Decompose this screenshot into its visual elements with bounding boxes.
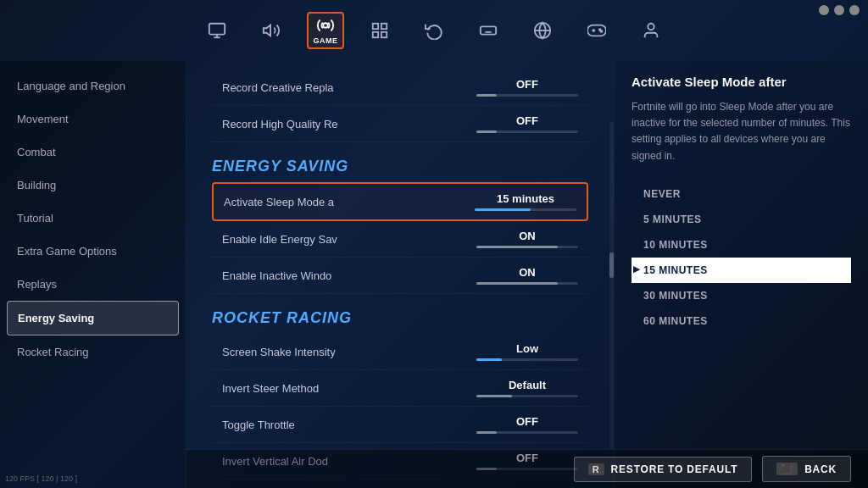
- nav-game-label: GAME: [314, 36, 338, 45]
- option-15min[interactable]: 15 MINUTES: [632, 258, 851, 283]
- setting-label-record-creative: Record Creative Repla: [222, 81, 476, 94]
- setting-row-toggle-throttle: Toggle Throttle OFF: [212, 407, 588, 443]
- section-header-rocket-racing: ROCKET RACING: [212, 309, 588, 327]
- slider-track-screen-shake[interactable]: [476, 358, 578, 361]
- main-layout: Language and Region Movement Combat Buil…: [0, 61, 868, 488]
- setting-value-record-hq: OFF: [485, 114, 570, 127]
- sidebar-item-combat[interactable]: Combat: [0, 136, 186, 169]
- svg-point-20: [601, 30, 603, 32]
- sidebar-item-extra-game[interactable]: Extra Game Options: [0, 235, 186, 268]
- setting-right-record-hq: OFF: [476, 114, 578, 133]
- slider-track-invert-steer[interactable]: [476, 395, 578, 397]
- slider-fill-record-creative: [476, 94, 497, 97]
- sidebar-item-movement[interactable]: Movement: [0, 103, 186, 136]
- restore-default-button[interactable]: R RESTORE TO DEFAULT: [574, 457, 753, 482]
- setting-value-enable-inactive: ON: [485, 266, 570, 279]
- setting-value-invert-steer: Default: [485, 379, 570, 391]
- setting-row-invert-steer: Invert Steer Method Default: [212, 370, 588, 407]
- option-60min[interactable]: 60 MINUTES: [632, 308, 851, 334]
- setting-row-record-creative: Record Creative Repla OFF: [212, 69, 588, 106]
- svg-rect-8: [373, 32, 378, 37]
- slider-track-record-hq[interactable]: [476, 130, 578, 133]
- right-panel: Activate Sleep Mode after Fortnite will …: [614, 61, 868, 488]
- svg-marker-3: [264, 25, 270, 36]
- setting-right-record-creative: OFF: [476, 78, 578, 97]
- restore-label: RESTORE TO DEFAULT: [611, 463, 738, 475]
- sidebar-item-building[interactable]: Building: [0, 169, 186, 202]
- slider-fill-screen-shake: [476, 358, 502, 361]
- nav-account[interactable]: [632, 12, 670, 49]
- setting-row-screen-shake: Screen Shake Intensity Low: [212, 334, 588, 370]
- fps-indicator: 120 FPS [ 120 | 120 ]: [5, 474, 77, 483]
- setting-label-enable-inactive: Enable Inactive Windo: [222, 269, 476, 282]
- nav-game[interactable]: GAME: [307, 12, 344, 49]
- sidebar: Language and Region Movement Combat Buil…: [0, 61, 186, 488]
- option-never[interactable]: NEVER: [632, 181, 851, 207]
- sidebar-item-tutorial[interactable]: Tutorial: [0, 202, 186, 235]
- sidebar-item-energy-saving[interactable]: Energy Saving: [7, 301, 179, 336]
- svg-rect-9: [481, 26, 496, 34]
- sleep-mode-options: NEVER 5 MINUTES 10 MINUTES 15 MINUTES 30…: [632, 181, 851, 334]
- setting-label-enable-idle: Enable Idle Energy Sav: [222, 233, 476, 246]
- setting-row-record-hq: Record High Quality Re OFF: [212, 106, 588, 142]
- close-button[interactable]: [849, 5, 860, 15]
- restore-key: R: [588, 463, 604, 475]
- setting-label-activate-sleep: Activate Sleep Mode a: [224, 196, 475, 208]
- slider-track-enable-idle[interactable]: [476, 246, 578, 248]
- slider-fill-enable-inactive: [476, 282, 558, 285]
- back-button[interactable]: ⬛ BACK: [762, 456, 851, 482]
- svg-rect-6: [381, 24, 387, 29]
- setting-value-activate-sleep: 15 minutes: [483, 192, 568, 205]
- nav-audio[interactable]: [253, 12, 290, 49]
- svg-rect-0: [209, 24, 225, 35]
- setting-label-screen-shake: Screen Shake Intensity: [222, 346, 476, 358]
- option-5min[interactable]: 5 MINUTES: [632, 207, 851, 232]
- option-30min[interactable]: 30 MINUTES: [632, 283, 851, 308]
- minimize-button[interactable]: [819, 5, 829, 15]
- nav-keyboard[interactable]: [470, 12, 507, 49]
- option-10min[interactable]: 10 MINUTES: [632, 232, 851, 258]
- setting-label-invert-steer: Invert Steer Method: [222, 382, 476, 395]
- back-label: BACK: [804, 463, 837, 475]
- top-nav: GAME: [0, 0, 868, 61]
- nav-accessibility[interactable]: [361, 12, 398, 49]
- slider-fill-activate-sleep: [475, 208, 531, 211]
- slider-track-toggle-throttle[interactable]: [476, 431, 578, 434]
- nav-network[interactable]: [524, 12, 561, 49]
- panel-desc: Fortnite will go into Sleep Mode after y…: [632, 99, 851, 164]
- sidebar-item-language[interactable]: Language and Region: [0, 69, 186, 103]
- setting-right-enable-idle: ON: [476, 230, 578, 248]
- setting-label-toggle-throttle: Toggle Throttle: [222, 419, 476, 431]
- setting-value-screen-shake: Low: [485, 342, 570, 355]
- panel-title: Activate Sleep Mode after: [632, 75, 851, 89]
- setting-value-record-creative: OFF: [485, 78, 570, 91]
- window-controls: [819, 5, 860, 15]
- setting-right-toggle-throttle: OFF: [476, 415, 578, 434]
- sidebar-item-replays[interactable]: Replays: [0, 268, 186, 301]
- maximize-button[interactable]: [834, 5, 844, 15]
- slider-fill-enable-idle: [476, 246, 558, 248]
- setting-right-activate-sleep: 15 minutes: [475, 192, 576, 211]
- slider-track-activate-sleep[interactable]: [475, 208, 576, 211]
- sidebar-item-rocket-racing[interactable]: Rocket Racing: [0, 336, 186, 369]
- settings-content[interactable]: Record Creative Repla OFF Record High Qu…: [186, 61, 614, 488]
- setting-value-enable-idle: ON: [485, 230, 570, 242]
- nav-display[interactable]: [198, 12, 236, 49]
- setting-row-activate-sleep: Activate Sleep Mode a 15 minutes: [212, 182, 588, 221]
- setting-right-invert-steer: Default: [476, 379, 578, 397]
- slider-fill-record-hq: [476, 130, 497, 133]
- section-header-energy-saving: ENERGY SAVING: [212, 158, 588, 175]
- svg-point-21: [648, 24, 654, 30]
- svg-point-4: [323, 23, 328, 28]
- nav-gamepad[interactable]: [578, 12, 615, 49]
- svg-rect-5: [373, 24, 378, 29]
- slider-track-record-creative[interactable]: [476, 94, 578, 97]
- back-key: ⬛: [776, 463, 798, 475]
- nav-controller[interactable]: [415, 12, 453, 49]
- slider-track-enable-inactive[interactable]: [476, 282, 578, 285]
- slider-fill-invert-steer: [476, 395, 512, 397]
- slider-fill-toggle-throttle: [476, 431, 497, 434]
- setting-row-enable-idle: Enable Idle Energy Sav ON: [212, 221, 588, 258]
- svg-rect-7: [381, 32, 387, 37]
- setting-right-screen-shake: Low: [476, 342, 578, 361]
